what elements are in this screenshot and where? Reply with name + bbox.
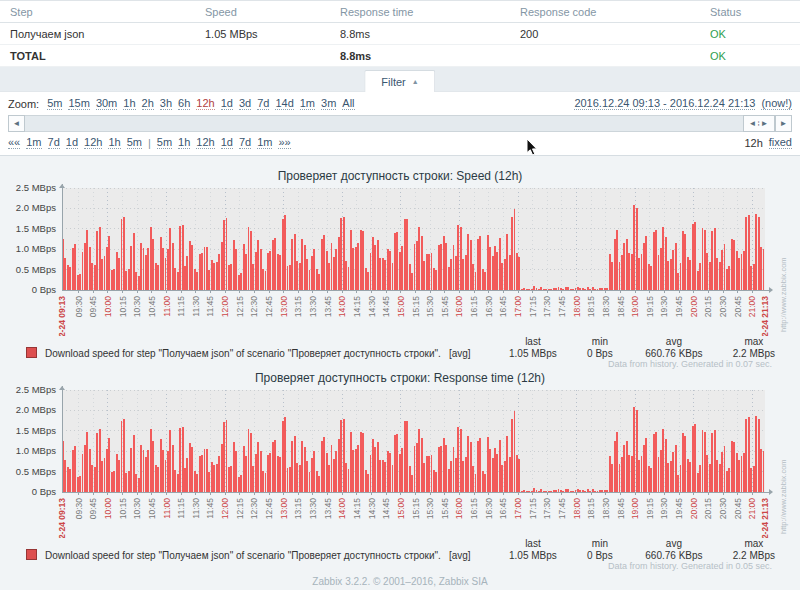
scrollbar-resize-handle[interactable]: ◄⁞► <box>743 115 775 132</box>
x-tick-label: 14:45 <box>381 498 391 520</box>
series-function: [avg] <box>445 549 495 561</box>
x-tick-label: 18:45 <box>616 498 626 520</box>
series-avg: 660.76 KBps <box>629 347 719 359</box>
series-last: 1.05 MBps <box>495 347 571 359</box>
table-row: Получаем json 1.05 MBps 8.8ms 200 OK <box>0 23 800 45</box>
x-tick-label: 11:30 <box>191 296 201 317</box>
x-tick-label: 19:30 <box>659 296 669 318</box>
zabbix-watermark: http://www.zabbix.com <box>779 257 788 332</box>
period-nav-link-10[interactable]: 12h <box>196 136 214 149</box>
x-tick-label: 11:45 <box>205 296 215 317</box>
zoom-link-14[interactable]: All <box>342 97 354 110</box>
x-tick-label: 12:30 <box>249 296 259 318</box>
response-time-graph-block: Проверяет доступность строки: Response t… <box>0 371 800 561</box>
fixed-mode-link[interactable]: fixed <box>769 136 792 149</box>
step-response-time: 8.8ms <box>330 28 510 40</box>
x-tick-label: 15:15 <box>411 296 421 318</box>
x-tick-label: 13:45 <box>323 296 333 318</box>
scrollbar-track[interactable] <box>25 115 743 132</box>
total-status-badge: OK <box>700 50 800 62</box>
zoom-link-5[interactable]: 3h <box>160 97 172 110</box>
zabbix-watermark: http://www.zabbix.com <box>779 459 788 534</box>
x-tick-label: 12:45 <box>264 296 274 318</box>
zoom-link-6[interactable]: 6h <box>178 97 190 110</box>
graph-plot[interactable]: 2.5 MBps2.0 MBps1.5 MBps1.0 MBps0.5 MBps… <box>0 184 800 336</box>
table-row-total: TOTAL 8.8ms OK <box>0 45 800 67</box>
legend-series-row: Download speed for step "Получаем json" … <box>22 347 789 359</box>
x-tick-label: 18:30 <box>601 296 611 318</box>
zoom-link-8[interactable]: 1d <box>221 97 233 110</box>
period-nav-link-5[interactable]: 1h <box>108 136 120 149</box>
zoom-link-11[interactable]: 14d <box>275 97 293 110</box>
x-tick-label: 20:45 <box>733 296 743 318</box>
period-nav-link-8[interactable]: 5m <box>157 136 172 149</box>
zoom-link-13[interactable]: 3m <box>321 97 336 110</box>
x-tick-label: 16:15 <box>469 296 479 318</box>
period-nav-link-11[interactable]: 1d <box>221 136 233 149</box>
x-tick-label: 17:00 <box>513 296 523 318</box>
legend-header-last: last <box>495 538 571 549</box>
zoom-link-7[interactable]: 12h <box>196 97 214 110</box>
legend-header-avg: avg <box>629 336 719 347</box>
period-nav-link-6[interactable]: 5m <box>127 136 142 149</box>
total-label: TOTAL <box>0 50 195 62</box>
x-tick-label: 10:00 <box>103 498 113 520</box>
x-tick-label: 11:45 <box>205 498 215 519</box>
series-color-swatch <box>26 549 37 560</box>
period-range-link[interactable]: 2016.12.24 09:13 - 2016.12.24 21:13 <box>574 97 755 110</box>
graph-plot[interactable]: 2.5 MBps2.0 MBps1.5 MBps1.0 MBps0.5 MBps… <box>0 386 800 538</box>
x-tick-label: 14:00 <box>337 296 347 318</box>
zoom-link-3[interactable]: 1h <box>123 97 135 110</box>
x-tick-label: 16:30 <box>484 498 494 520</box>
x-tick-label: 16:30 <box>484 296 494 318</box>
y-tick-label: 1.5 MBps <box>16 223 56 234</box>
filter-toggle-tab[interactable]: Filter ▲ <box>364 70 435 92</box>
series-label: Download speed for step "Получаем json" … <box>41 347 445 359</box>
zoom-link-10[interactable]: 7d <box>257 97 269 110</box>
now-link[interactable]: (now!) <box>761 97 792 110</box>
zoom-link-12[interactable]: 1m <box>300 97 315 110</box>
x-tick-label: 13:45 <box>323 498 333 520</box>
period-nav-link-0[interactable]: «« <box>8 136 20 149</box>
x-tick-label: 14:15 <box>352 498 362 520</box>
x-tick-label: 19:00 <box>630 296 640 318</box>
step-name: Получаем json <box>0 28 195 40</box>
zoom-link-0[interactable]: 5m <box>47 97 62 110</box>
legend-series-row: Download speed for step "Получаем json" … <box>22 549 789 561</box>
period-nav-link-14[interactable]: »» <box>278 136 290 149</box>
period-nav-link-12[interactable]: 7d <box>239 136 251 149</box>
x-tick-label: 09:45 <box>88 498 98 520</box>
x-tick-label: 11:15 <box>176 498 186 519</box>
zoom-link-4[interactable]: 2h <box>142 97 154 110</box>
x-tick-label: 18:15 <box>586 296 596 318</box>
series-max: 2.2 MBps <box>719 549 789 561</box>
zoom-link-1[interactable]: 15m <box>68 97 89 110</box>
period-nav-link-2[interactable]: 7d <box>48 136 60 149</box>
zoom-link-2[interactable]: 30m <box>96 97 117 110</box>
x-tick-label: 11:15 <box>176 296 186 317</box>
col-header-status: Status <box>700 6 800 18</box>
x-tick-label: 16:00 <box>454 296 464 318</box>
x-tick-label: 11:00 <box>162 296 172 317</box>
graph-legend: last min avg max Download speed for step… <box>22 336 800 359</box>
x-tick-label: 17:30 <box>542 498 552 520</box>
legend-header-min: min <box>571 538 629 549</box>
period-nav-link-3[interactable]: 1d <box>66 136 78 149</box>
scrollbar-left-arrow-button[interactable]: ◄ <box>8 115 25 132</box>
x-tick-label: 21:00 <box>747 296 757 318</box>
period-nav-link-1[interactable]: 1m <box>26 136 41 149</box>
x-tick-label: 12:15 <box>235 498 245 520</box>
zoom-links-group: Zoom: 5m15m30m1h2h3h6h12h1d3d7d14d1m3mAl… <box>8 97 355 110</box>
x-tick-label: 12:00 <box>220 296 230 318</box>
period-nav-link-9[interactable]: 1h <box>178 136 190 149</box>
scrollbar-right-arrow-button[interactable]: ► <box>775 115 792 132</box>
y-tick-label: 1.0 MBps <box>16 445 56 456</box>
zoom-link-9[interactable]: 3d <box>239 97 251 110</box>
zabbix-footer: Zabbix 3.2.2. © 2001–2016, Zabbix SIA <box>0 576 800 587</box>
web-monitoring-page: Step Speed Response time Response code S… <box>0 0 800 590</box>
period-nav-link-4[interactable]: 12h <box>84 136 102 149</box>
generated-note: Data from history. Generated in 0.05 sec… <box>608 561 772 571</box>
x-tick-label: 18:45 <box>616 296 626 318</box>
x-tick-label: 12-24 09:13 <box>57 296 67 336</box>
period-nav-link-13[interactable]: 1m <box>257 136 272 149</box>
